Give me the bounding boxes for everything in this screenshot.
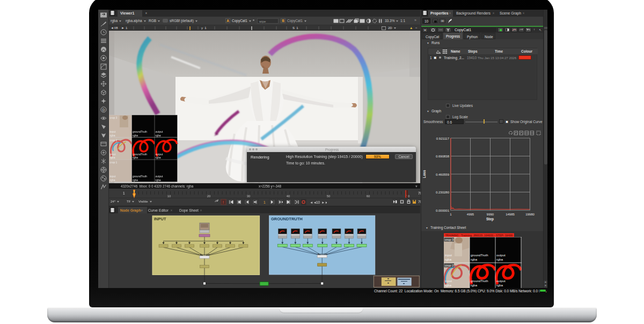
svg-text:rgba: rgba bbox=[471, 284, 478, 287]
svg-text:rgba: rgba bbox=[133, 134, 138, 137]
svg-text:output: output bbox=[156, 175, 164, 178]
svg-text:rgba: rgba bbox=[133, 156, 138, 159]
svg-text:0.690838: 0.690838 bbox=[436, 155, 450, 158]
svg-text:►►: ►► bbox=[321, 200, 327, 204]
svg-text:◄◄: ◄◄ bbox=[310, 200, 317, 204]
svg-text:19980: 19980 bbox=[525, 213, 535, 216]
svg-text:input: input bbox=[445, 254, 452, 257]
svg-text:rgba: rgba bbox=[156, 156, 161, 159]
svg-text:INPUT: INPUT bbox=[154, 217, 166, 221]
svg-text:crop 3: crop 3 bbox=[445, 238, 454, 241]
svg-text:input: input bbox=[445, 279, 452, 283]
svg-text:rgba: rgba bbox=[133, 178, 138, 182]
svg-text:crop 2: crop 2 bbox=[110, 139, 118, 142]
svg-text:groundTruth: groundTruth bbox=[133, 153, 147, 156]
svg-text:output: output bbox=[156, 130, 164, 133]
svg-text:rgba: rgba bbox=[110, 178, 115, 182]
svg-text:40: 40 bbox=[287, 195, 290, 198]
svg-text:10: 10 bbox=[316, 200, 320, 204]
svg-text:D: D bbox=[102, 108, 105, 112]
svg-text:input: input bbox=[110, 153, 116, 156]
svg-text:Step: Step bbox=[486, 217, 494, 221]
svg-text:rgba: rgba bbox=[156, 134, 161, 137]
svg-text:0.921117: 0.921117 bbox=[436, 137, 450, 140]
svg-text:output: output bbox=[496, 254, 506, 257]
svg-text:60: 60 bbox=[367, 195, 370, 198]
svg-text:!: ! bbox=[223, 200, 224, 204]
svg-text:rgba: rgba bbox=[156, 178, 161, 182]
svg-text:rgba: rgba bbox=[110, 156, 115, 159]
svg-text:9990: 9990 bbox=[487, 213, 494, 216]
svg-text:70: 70 bbox=[406, 195, 410, 198]
svg-text:0.460559: 0.460559 bbox=[436, 173, 450, 176]
svg-text:rgba: rgba bbox=[445, 258, 452, 261]
svg-text:groundTruth: groundTruth bbox=[133, 175, 147, 178]
svg-text:rgba: rgba bbox=[110, 134, 115, 137]
svg-text:1: 1 bbox=[450, 213, 452, 216]
svg-text:14985: 14985 bbox=[506, 213, 515, 216]
svg-text:AppendClip: AppendClip bbox=[200, 254, 210, 256]
svg-text:rgba: rgba bbox=[496, 284, 503, 287]
svg-text:rgba: rgba bbox=[471, 258, 478, 261]
svg-text:Loss: Loss bbox=[422, 170, 426, 178]
svg-text:input: input bbox=[110, 175, 116, 178]
svg-text:crop 3: crop 3 bbox=[110, 116, 118, 119]
svg-text:30: 30 bbox=[247, 195, 251, 198]
svg-text:output: output bbox=[496, 279, 506, 283]
svg-text:rgba: rgba bbox=[496, 258, 503, 261]
svg-text:crop 1: crop 1 bbox=[110, 161, 118, 164]
svg-text:groundTruth: groundTruth bbox=[471, 254, 488, 257]
svg-text:0.000001: 0.000001 bbox=[436, 209, 450, 212]
svg-text:50: 50 bbox=[327, 195, 331, 198]
svg-text:1: 1 bbox=[264, 200, 266, 204]
svg-text:0.230280: 0.230280 bbox=[436, 191, 450, 194]
svg-text:input: input bbox=[110, 130, 116, 133]
svg-text:rgba: rgba bbox=[445, 284, 452, 287]
svg-text:crop 2: crop 2 bbox=[445, 264, 454, 267]
svg-text:4995: 4995 bbox=[467, 213, 474, 216]
svg-text:20: 20 bbox=[207, 195, 211, 198]
svg-text:10: 10 bbox=[167, 195, 171, 198]
svg-text:groundTruth: groundTruth bbox=[133, 130, 147, 133]
svg-text:groundTruth: groundTruth bbox=[471, 279, 488, 283]
svg-text:output: output bbox=[156, 153, 164, 156]
svg-text:AppendClip: AppendClip bbox=[318, 253, 327, 255]
svg-text:GROUNDTRUTH: GROUNDTRUTH bbox=[271, 217, 303, 221]
